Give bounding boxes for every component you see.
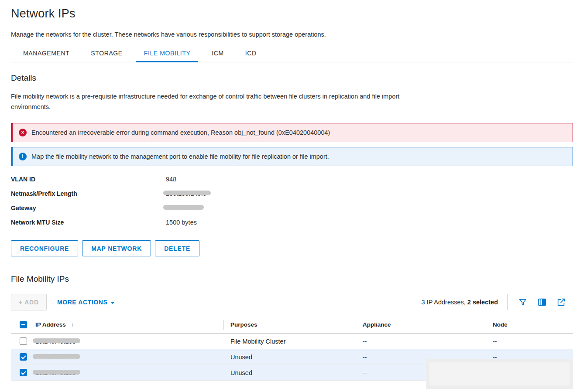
delete-button[interactable]: DELETE (155, 240, 199, 256)
node-cell: -- (486, 338, 573, 345)
table-header-row: IP Address ↑ Purposes Appliance Node (11, 316, 573, 334)
more-actions-label: MORE ACTIONS (57, 299, 108, 306)
details-heading: Details (11, 73, 573, 83)
reconfigure-button[interactable]: RECONFIGURE (11, 240, 78, 256)
filter-icon[interactable] (518, 297, 528, 307)
field-vlan-id: VLAN ID 948 (11, 172, 573, 186)
column-header-appliance[interactable]: Appliance (356, 321, 486, 328)
column-header-node[interactable]: Node (486, 321, 573, 328)
network-actions: RECONFIGURE MAP NETWORK DELETE (11, 240, 573, 256)
row-checkbox-cell (11, 353, 35, 361)
appliance-cell: -- (356, 338, 486, 345)
redacted-ip-value: 10.245.49.205 (35, 369, 76, 376)
tab-icd[interactable]: ICD (237, 50, 264, 62)
row-checkbox-cell (11, 369, 35, 376)
tab-management[interactable]: MANAGEMENT (15, 50, 77, 62)
field-mtu: Network MTU Size 1500 bytes (11, 215, 573, 229)
field-value: 1500 bytes (166, 219, 197, 226)
ip-address-cell: 10.245.49.200 (35, 338, 223, 345)
redaction-overlay (426, 359, 573, 389)
info-banner: i Map the file mobility network to the m… (11, 147, 573, 166)
file-mobility-ips-heading: File Mobility IPs (11, 274, 573, 284)
purposes-cell: Unused (223, 369, 356, 376)
field-label: Network MTU Size (11, 219, 166, 226)
more-actions-button[interactable]: MORE ACTIONS (57, 299, 115, 306)
error-banner: × Encountered an irrecoverable error dur… (11, 123, 573, 142)
select-all-checkbox[interactable] (20, 321, 27, 328)
redacted-ip-value: 10.245.49.200 (35, 338, 76, 345)
info-banner-text: Map the file mobility network to the man… (31, 153, 329, 160)
row-checkbox[interactable] (20, 369, 27, 376)
details-description: File mobility network is a pre-requisite… (11, 91, 401, 112)
ip-selected-text: 2 selected (467, 299, 498, 306)
column-header-purposes[interactable]: Purposes (223, 321, 356, 328)
tab-icm[interactable]: ICM (204, 50, 231, 62)
toolbar-divider (507, 294, 508, 310)
network-details-list: VLAN ID 948 Netmask/Prefix Length 255.25… (11, 172, 573, 229)
purposes-cell: Unused (223, 354, 356, 361)
field-value-redacted: 255.255.249.0 (166, 190, 206, 197)
purposes-cell: File Mobility Cluster (223, 338, 356, 345)
tab-file-mobility[interactable]: FILE MOBILITY (136, 50, 199, 62)
page-title: Network IPs (11, 7, 573, 20)
export-icon[interactable] (556, 297, 566, 307)
table-row[interactable]: 10.245.49.200 File Mobility Cluster -- -… (11, 334, 573, 349)
column-settings-icon[interactable] (537, 297, 547, 307)
row-checkbox[interactable] (20, 337, 27, 345)
ip-table-toolbar: + ADD MORE ACTIONS 3 IP Addresses, 2 sel… (11, 294, 573, 310)
ip-address-cell: 10.245.49.201 (35, 354, 223, 361)
field-label: Gateway (11, 205, 166, 211)
add-button[interactable]: + ADD (11, 294, 47, 310)
header-checkbox-cell (11, 321, 35, 328)
field-label: VLAN ID (11, 176, 166, 183)
row-checkbox[interactable] (20, 353, 27, 361)
sort-ascending-icon: ↑ (71, 321, 74, 328)
ip-address-cell: 10.245.49.205 (35, 369, 223, 376)
network-tabs: MANAGEMENT STORAGE FILE MOBILITY ICM ICD (11, 50, 573, 62)
row-checkbox-cell (11, 337, 35, 345)
tab-storage[interactable]: STORAGE (83, 50, 130, 62)
ip-count-text: 3 IP Addresses, (422, 299, 466, 306)
field-gateway: Gateway 10.245.49.1 (11, 201, 573, 215)
map-network-button[interactable]: MAP NETWORK (82, 240, 151, 256)
error-icon: × (19, 129, 27, 136)
ip-count-status: 3 IP Addresses, 2 selected (422, 299, 498, 306)
field-value: 948 (166, 176, 176, 183)
field-label: Netmask/Prefix Length (11, 190, 166, 197)
field-value-redacted: 10.245.49.1 (166, 205, 199, 211)
field-netmask: Netmask/Prefix Length 255.255.249.0 (11, 186, 573, 201)
error-banner-text: Encountered an irrecoverable error durin… (31, 129, 330, 136)
column-header-ip[interactable]: IP Address ↑ (35, 321, 223, 328)
info-icon: i (19, 153, 27, 160)
caret-down-icon (110, 302, 115, 304)
page-intro: Manage the networks for the cluster. The… (11, 31, 573, 38)
redacted-ip-value: 10.245.49.201 (35, 354, 76, 361)
